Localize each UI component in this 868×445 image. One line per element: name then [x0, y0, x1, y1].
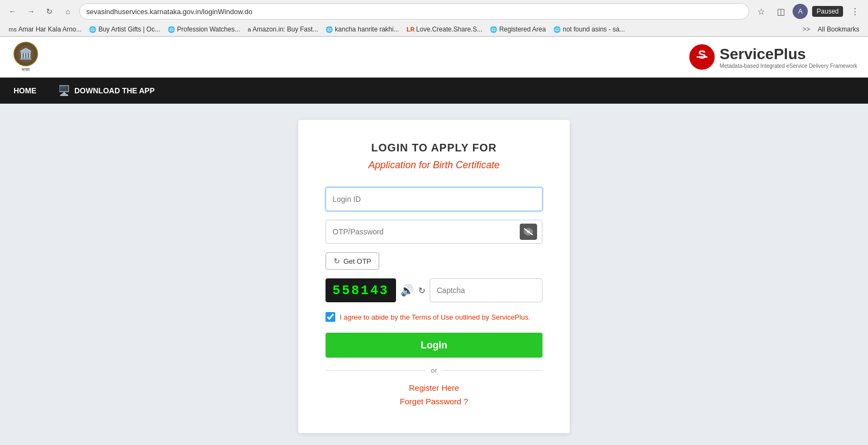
- get-otp-label: Get OTP: [343, 257, 371, 265]
- login-button[interactable]: Login: [326, 333, 542, 358]
- paused-badge[interactable]: Paused: [812, 6, 843, 17]
- password-input[interactable]: [326, 220, 542, 244]
- forward-button[interactable]: →: [24, 4, 38, 18]
- bookmark-label-1: Buy Artist Gifts | Oc...: [98, 26, 160, 33]
- all-bookmarks-label[interactable]: All Bookmarks: [814, 24, 863, 34]
- captcha-value: 558143: [333, 283, 389, 298]
- address-bar[interactable]: sevasindhuservices.karnataka.gov.in/logi…: [79, 3, 749, 20]
- emblem-text: भारत: [22, 67, 30, 73]
- profile-initial: A: [798, 8, 802, 15]
- terms-checkbox[interactable]: [326, 312, 335, 322]
- login-card: LOGIN TO APPLY FOR Application for Birth…: [298, 120, 570, 433]
- bookmark-label-5: Love.Create.Share.S...: [416, 26, 482, 33]
- login-id-input[interactable]: [326, 187, 542, 211]
- home-button[interactable]: ⌂: [61, 4, 75, 18]
- bookmark-icon-7: 🌐: [553, 26, 561, 33]
- bookmark-star-button[interactable]: ☆: [754, 4, 769, 19]
- bookmark-label-0: Amar Har Kala Arno...: [18, 26, 82, 33]
- url-text: sevasindhuservices.karnataka.gov.in/logi…: [86, 8, 742, 16]
- browser-chrome: ← → ↻ ⌂ sevasindhuservices.karnataka.gov…: [0, 0, 868, 37]
- bookmark-label-2: Profession Watches...: [177, 26, 240, 33]
- bookmark-item-5[interactable]: LR Love.Create.Share.S...: [403, 24, 486, 34]
- captcha-row: 558143 🔊 ↻: [326, 278, 542, 302]
- bookmark-icon-2: 🌐: [168, 26, 175, 33]
- bookmark-icon-0: ms: [9, 26, 17, 33]
- browser-toolbar: ← → ↻ ⌂ sevasindhuservices.karnataka.gov…: [0, 0, 868, 23]
- download-icon: 🖥️: [58, 85, 70, 97]
- bookmark-icon-1: 🌐: [89, 26, 97, 33]
- bookmark-icon-6: 🌐: [490, 26, 497, 33]
- back-button[interactable]: ←: [5, 4, 20, 18]
- reload-button[interactable]: ↻: [42, 4, 56, 18]
- serviceplus-icon: S: [688, 43, 716, 71]
- login-subtitle: Application for Birth Certificate: [326, 160, 542, 171]
- login-title: LOGIN TO APPLY FOR: [326, 142, 542, 154]
- nav-download-app[interactable]: 🖥️ DOWNLOAD THE APP: [55, 80, 157, 101]
- divider-right: [443, 370, 542, 371]
- nav-bar: HOME 🖥️ DOWNLOAD THE APP: [0, 78, 868, 104]
- login-id-group: [326, 187, 542, 211]
- bookmark-item-0[interactable]: ms Amar Har Kala Arno...: [5, 24, 85, 34]
- captcha-refresh-button[interactable]: ↻: [418, 285, 425, 296]
- home-label: HOME: [14, 86, 36, 95]
- bookmark-label-4: kancha hanrite rakhi...: [335, 26, 399, 33]
- terms-row: I agree to abide by the Terms of Use out…: [326, 312, 542, 322]
- bookmark-icon-4: 🌐: [326, 26, 333, 33]
- site-header: 🏛️ भारत S ServicePlus Metadata-based Int…: [0, 37, 868, 78]
- captcha-input[interactable]: [430, 278, 542, 302]
- toggle-password-button[interactable]: [520, 224, 537, 240]
- bookmark-label-7: not found asins - sa...: [563, 26, 625, 33]
- bookmark-item-4[interactable]: 🌐 kancha hanrite rakhi...: [322, 24, 402, 34]
- divider: or: [326, 366, 542, 374]
- otp-section: ↻ Get OTP: [326, 252, 542, 270]
- captcha-audio-button[interactable]: 🔊: [400, 284, 414, 297]
- serviceplus-text-block: ServicePlus Metadata-based Integrated eS…: [720, 46, 857, 69]
- divider-left: [326, 370, 425, 371]
- serviceplus-subtitle: Metadata-based Integrated eService Deliv…: [720, 63, 857, 69]
- bookmark-item-1[interactable]: 🌐 Buy Artist Gifts | Oc...: [86, 24, 163, 34]
- bookmark-item-6[interactable]: 🌐 Registered Area: [487, 24, 549, 34]
- bookmark-item-2[interactable]: 🌐 Profession Watches...: [164, 24, 243, 34]
- bookmark-label-6: Registered Area: [499, 26, 546, 33]
- profile-button[interactable]: A: [793, 4, 808, 19]
- or-text: or: [431, 366, 437, 374]
- register-row: Register Here Forget Password ?: [326, 383, 542, 406]
- get-otp-button[interactable]: ↻ Get OTP: [326, 252, 379, 270]
- password-group: [326, 220, 542, 244]
- bookmarks-bar: ms Amar Har Kala Arno... 🌐 Buy Artist Gi…: [0, 23, 868, 36]
- terms-text: I agree to abide by the Terms of Use out…: [340, 313, 531, 321]
- captcha-image: 558143: [326, 278, 396, 302]
- govt-emblem: 🏛️ भारत: [11, 41, 41, 73]
- forgot-password-link[interactable]: Forget Password ?: [326, 397, 542, 406]
- serviceplus-title: ServicePlus: [720, 46, 857, 63]
- emblem-circle: 🏛️: [14, 42, 38, 66]
- bookmarks-more-button[interactable]: >>: [799, 24, 813, 34]
- bookmark-item-3[interactable]: a Amazon.in: Buy Fast...: [244, 24, 321, 34]
- password-wrapper: [326, 220, 542, 244]
- menu-button[interactable]: ⋮: [847, 4, 863, 19]
- bookmark-icon-5: LR: [406, 26, 414, 33]
- nav-home[interactable]: HOME: [11, 82, 39, 99]
- site-logo-left: 🏛️ भारत: [11, 41, 41, 73]
- bookmark-icon-3: a: [247, 26, 251, 33]
- toolbar-icons: ☆ ◫ A Paused ⋮: [754, 4, 863, 19]
- serviceplus-logo: S ServicePlus Metadata-based Integrated …: [688, 43, 857, 71]
- otp-refresh-icon: ↻: [334, 257, 340, 265]
- bookmark-item-7[interactable]: 🌐 not found asins - sa...: [550, 24, 628, 34]
- extensions-button[interactable]: ◫: [773, 4, 788, 19]
- register-link[interactable]: Register Here: [326, 383, 542, 392]
- svg-text:S: S: [698, 48, 706, 61]
- download-label: DOWNLOAD THE APP: [74, 86, 155, 95]
- bookmark-label-3: Amazon.in: Buy Fast...: [253, 26, 318, 33]
- main-content: LOGIN TO APPLY FOR Application for Birth…: [0, 104, 868, 445]
